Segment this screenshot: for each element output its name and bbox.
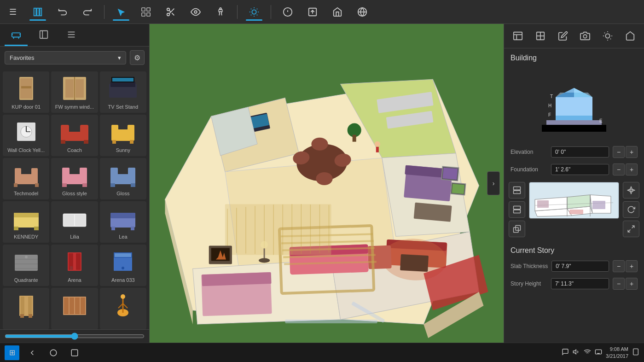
list-item[interactable]: Lea	[100, 201, 146, 243]
left-panel-tabs	[0, 24, 149, 47]
list-item[interactable]: Quadrante	[3, 245, 49, 286]
furniture-label: Lea	[119, 234, 127, 240]
list-item[interactable]: FW symm wind...	[51, 71, 98, 113]
tablet-mode-icon[interactable]	[632, 348, 639, 357]
furniture-thumb	[105, 74, 140, 103]
svg-point-191	[584, 35, 587, 38]
svg-rect-4	[147, 7, 150, 11]
svg-rect-55	[80, 125, 88, 134]
chevron-down-icon: ▾	[118, 54, 121, 61]
group-btn[interactable]	[138, 4, 154, 20]
settings-btn[interactable]: ⚙	[130, 50, 145, 65]
add-story-btn[interactable]	[509, 182, 525, 199]
svg-rect-155	[376, 147, 379, 152]
furniture-label: Gloss	[116, 191, 129, 197]
list-item[interactable]: Coach	[51, 115, 98, 156]
hamburger-menu[interactable]: ☰	[5, 4, 21, 20]
square-button[interactable]	[66, 344, 83, 361]
system-clock[interactable]: 9:08 AM 3/21/2017	[606, 346, 628, 359]
export-btn[interactable]	[304, 4, 321, 20]
svg-point-127	[311, 138, 328, 151]
list-tab[interactable]	[60, 27, 83, 46]
building-3d-preview: T H F E	[504, 65, 644, 143]
list-item[interactable]	[3, 288, 49, 329]
story-height-value[interactable]: 7' 11.3"	[551, 278, 609, 289]
list-item[interactable]: KUP door 01	[3, 71, 49, 113]
furniture-thumb	[57, 74, 92, 103]
floorplan-btn[interactable]	[621, 28, 639, 44]
furniture-thumb	[57, 247, 92, 276]
story-height-decrease-btn[interactable]: −	[613, 278, 625, 290]
svg-rect-228	[569, 210, 583, 214]
slab-decrease-btn[interactable]: −	[613, 260, 625, 272]
rotate-tool-btn[interactable]	[623, 201, 639, 218]
foundation-increase-btn[interactable]: +	[626, 163, 638, 175]
svg-marker-238	[573, 350, 576, 354]
elevation-decrease-btn[interactable]: −	[613, 146, 625, 158]
list-item[interactable]: Wall Clock Yell...	[3, 115, 49, 156]
home-btn[interactable]	[329, 4, 346, 20]
furniture-thumb	[9, 291, 44, 321]
list-item[interactable]: TV Set Stand	[100, 71, 146, 113]
start-button[interactable]: ⊞	[5, 345, 19, 360]
list-item[interactable]: Arena 033	[100, 245, 146, 286]
eye-btn[interactable]	[187, 4, 204, 20]
design-tab[interactable]	[32, 27, 55, 46]
remove-story-btn[interactable]	[509, 201, 525, 218]
svg-rect-5	[142, 12, 145, 16]
slab-thickness-value[interactable]: 0' 7.9"	[551, 261, 609, 272]
globe-btn[interactable]	[354, 4, 371, 20]
svg-marker-232	[628, 189, 630, 192]
svg-rect-110	[75, 298, 80, 314]
svg-marker-222	[567, 195, 590, 209]
network-icon[interactable]	[584, 348, 591, 357]
expand-panel-btn[interactable]: ›	[487, 171, 500, 195]
svg-line-195	[604, 33, 605, 33]
furniture-thumb	[57, 204, 92, 233]
scissors-btn[interactable]	[162, 4, 179, 20]
pencil-btn[interactable]	[553, 28, 572, 44]
back-button[interactable]	[24, 344, 41, 361]
circle-button[interactable]	[45, 344, 62, 361]
copy-story-btn[interactable]	[509, 221, 525, 237]
list-item[interactable]: KENNEDY	[3, 201, 49, 243]
list-item[interactable]: Gloss style	[51, 158, 98, 199]
furniture-thumb	[9, 161, 44, 190]
pan-tool-btn[interactable]	[623, 182, 639, 199]
keyboard-icon[interactable]	[595, 348, 602, 357]
favorites-dropdown[interactable]: Favorites ▾	[5, 51, 126, 64]
list-item[interactable]	[51, 288, 98, 329]
foundation-value[interactable]: 1' 2.6"	[551, 164, 609, 175]
camera-btn[interactable]	[576, 28, 595, 44]
list-item[interactable]: Gloss	[100, 158, 146, 199]
select-btn[interactable]	[113, 4, 129, 20]
library-btn[interactable]	[29, 4, 46, 20]
center-canvas[interactable]: ›	[150, 24, 504, 343]
fit-tool-btn[interactable]	[623, 221, 639, 237]
list-item[interactable]	[100, 288, 146, 329]
furniture-tab[interactable]	[5, 27, 28, 46]
sun-btn[interactable]	[246, 4, 262, 20]
svg-rect-71	[62, 183, 67, 187]
furniture-label: KENNEDY	[14, 234, 38, 240]
info-btn[interactable]	[279, 4, 296, 20]
notification-icon[interactable]	[562, 348, 569, 357]
elevation-value[interactable]: 0' 0"	[551, 146, 609, 158]
redo-btn[interactable]	[79, 4, 96, 20]
undo-btn[interactable]	[54, 4, 71, 20]
list-item[interactable]: Techmodel	[3, 158, 49, 199]
elevation-increase-btn[interactable]: +	[626, 146, 638, 158]
columns-btn[interactable]	[531, 28, 550, 44]
size-slider[interactable]	[5, 333, 145, 340]
slab-thickness-label: Slab Thickness	[511, 263, 548, 269]
walk-btn[interactable]	[212, 4, 229, 20]
list-item[interactable]: Lilia	[51, 201, 98, 243]
volume-icon[interactable]	[573, 348, 580, 357]
list-item[interactable]: Sunny	[100, 115, 146, 156]
list-item[interactable]: Arena	[51, 245, 98, 286]
slab-increase-btn[interactable]: +	[626, 260, 638, 272]
story-height-increase-btn[interactable]: +	[626, 278, 638, 290]
lighting-btn[interactable]	[598, 28, 617, 44]
wall-edit-btn[interactable]	[509, 28, 528, 44]
foundation-decrease-btn[interactable]: −	[613, 163, 625, 175]
